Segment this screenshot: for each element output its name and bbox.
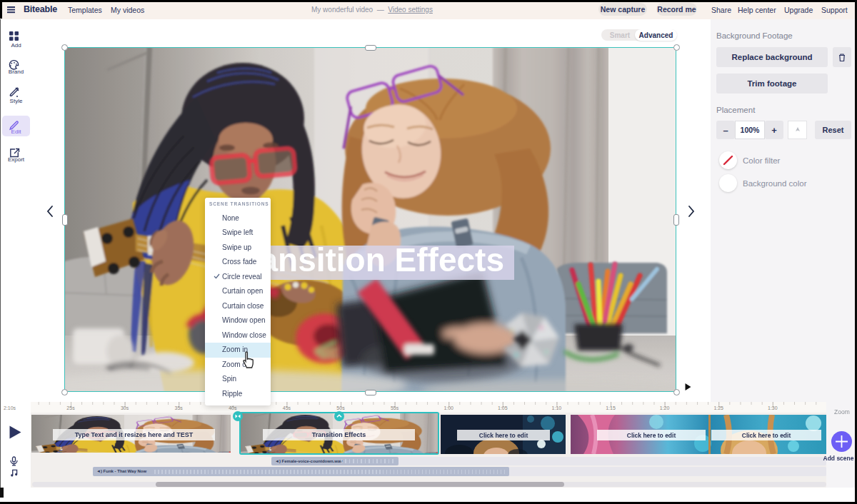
svg-text:30s: 30s [121, 405, 129, 410]
svg-text:40s: 40s [229, 405, 237, 410]
svg-text:25s: 25s [66, 405, 75, 410]
svg-text:1:15: 1:15 [606, 405, 616, 410]
svg-text:35s: 35s [175, 405, 184, 410]
svg-text:1:10: 1:10 [552, 405, 562, 410]
svg-text:1:30: 1:30 [768, 405, 778, 410]
svg-text:1:20: 1:20 [660, 405, 670, 410]
svg-text:1:05: 1:05 [498, 405, 508, 410]
svg-text:1:00: 1:00 [443, 405, 453, 410]
svg-text:50s: 50s [336, 405, 345, 410]
svg-text:45s: 45s [283, 405, 291, 410]
svg-text:1:25: 1:25 [713, 405, 723, 410]
svg-text:55s: 55s [391, 405, 399, 410]
